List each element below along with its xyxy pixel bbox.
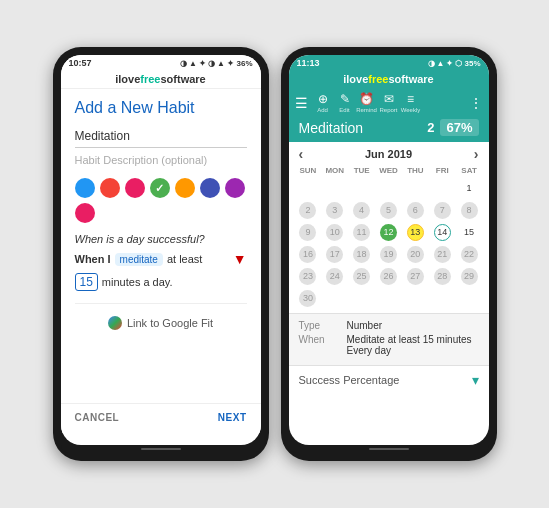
cal-cell-22[interactable]: 22 (456, 243, 483, 265)
site-name-suffix-2: software (389, 73, 434, 85)
toolbar-weekly[interactable]: ≡ Weekly (400, 92, 422, 113)
cal-cell-10[interactable]: 10 (321, 221, 348, 243)
signal-icon-2: ◑ (428, 59, 435, 68)
cal-cell-empty (348, 287, 375, 309)
toolbar-edit[interactable]: ✎ Edit (334, 92, 356, 113)
add-habit-title: Add a New Habit (61, 89, 261, 125)
report-icon: ✉ (384, 92, 394, 106)
type-row: Type Number (299, 320, 479, 331)
toolbar-remind[interactable]: ⏰ Remind (356, 92, 378, 113)
next-month-button[interactable]: › (474, 146, 479, 162)
cal-cell-empty (321, 287, 348, 309)
cal-cell-25[interactable]: 25 (348, 265, 375, 287)
add-icon: ⊕ (318, 92, 328, 106)
cal-cell-16[interactable]: 16 (295, 243, 322, 265)
edit-icon: ✎ (340, 92, 350, 106)
cal-week-1: 1 (295, 177, 483, 199)
google-fit-row[interactable]: Link to Google Fit (61, 310, 261, 336)
when-info-row: When Meditate at least 15 minutes Every … (299, 334, 479, 356)
bluetooth-icon: ✦ (199, 59, 206, 68)
col-thu: THU (402, 166, 429, 175)
cal-cell-14[interactable]: 14 (429, 221, 456, 243)
color-red[interactable] (100, 178, 120, 198)
cal-cell-26[interactable]: 26 (375, 265, 402, 287)
cal-cell-12[interactable]: 12 (375, 221, 402, 243)
type-value: Number (347, 320, 383, 331)
calendar-nav: ‹ Jun 2019 › (289, 142, 489, 166)
color-indigo[interactable] (200, 178, 220, 198)
cal-cell-23[interactable]: 23 (295, 265, 322, 287)
p1-content: Add a New Habit Meditation Habit Descrip… (61, 89, 261, 433)
cal-cell-empty (456, 287, 483, 309)
minutes-row: 15 minutes a day. (61, 269, 261, 297)
site-header-2: ilovefreesoftware (289, 71, 489, 88)
cal-cell-5[interactable]: 5 (375, 199, 402, 221)
down-arrow-icon[interactable]: ▼ (233, 251, 247, 267)
cal-cell-28[interactable]: 28 (429, 265, 456, 287)
status-icons-1: ◑ ▲ ✦ ◑ ▲ ✦ 36% (180, 59, 253, 68)
minutes-input[interactable]: 15 (75, 273, 98, 291)
site-name-highlight: free (140, 73, 160, 85)
cal-cell-29[interactable]: 29 (456, 265, 483, 287)
cal-cell-1[interactable]: 1 (456, 177, 483, 199)
next-button[interactable]: NEXT (218, 412, 247, 423)
cal-cell-24[interactable]: 24 (321, 265, 348, 287)
cal-cell-27[interactable]: 27 (402, 265, 429, 287)
cal-cell-8[interactable]: 8 (456, 199, 483, 221)
cal-cell-4[interactable]: 4 (348, 199, 375, 221)
cal-cell-empty (375, 287, 402, 309)
status-icons-2: ◑ ▲ ✦ ⬡ 35% (428, 59, 481, 68)
p2-toolbar: ☰ ⊕ Add ✎ Edit ⏰ Remind ✉ Report (289, 88, 489, 117)
cal-cell (348, 177, 375, 199)
cal-cell-7[interactable]: 7 (429, 199, 456, 221)
color-orange[interactable] (175, 178, 195, 198)
cal-cell-30[interactable]: 30 (295, 287, 322, 309)
prev-month-button[interactable]: ‹ (299, 146, 304, 162)
type-label: Type (299, 320, 339, 331)
month-label: Jun 2019 (365, 148, 412, 160)
col-mon: MON (321, 166, 348, 175)
calendar-grid: SUN MON TUE WED THU FRI SAT 1 (289, 166, 489, 313)
site-header-1: ilovefreesoftware (61, 71, 261, 89)
site-name-highlight-2: free (368, 73, 388, 85)
site-name-suffix: software (161, 73, 206, 85)
phone-2: 11:13 ◑ ▲ ✦ ⬡ 35% ilovefreesoftware ☰ ⊕ … (281, 47, 497, 461)
more-icon[interactable]: ⋮ (469, 95, 483, 111)
cal-cell-19[interactable]: 19 (375, 243, 402, 265)
cal-cell-20[interactable]: 20 (402, 243, 429, 265)
success-percentage-row[interactable]: Success Percentage ▾ (289, 365, 489, 394)
color-pink[interactable] (125, 178, 145, 198)
site-name-prefix: ilove (115, 73, 140, 85)
col-wed: WED (375, 166, 402, 175)
cal-cell-empty (402, 287, 429, 309)
habit-info-section: Type Number When Meditate at least 15 mi… (289, 313, 489, 365)
color-deep-pink[interactable] (75, 203, 95, 223)
cal-cell-2[interactable]: 2 (295, 199, 322, 221)
when-action-chip[interactable]: meditate (115, 253, 163, 266)
habit-name-label: Meditation (299, 120, 428, 136)
cal-cell-17[interactable]: 17 (321, 243, 348, 265)
cancel-button[interactable]: CANCEL (75, 412, 120, 423)
color-purple[interactable] (225, 178, 245, 198)
weekly-icon: ≡ (407, 92, 414, 106)
battery-1: ◑ ▲ ✦ 36% (208, 59, 253, 68)
description-placeholder[interactable]: Habit Description (optional) (75, 154, 247, 166)
col-tue: TUE (348, 166, 375, 175)
color-green-selected[interactable] (150, 178, 170, 198)
cal-cell-9[interactable]: 9 (295, 221, 322, 243)
color-blue[interactable] (75, 178, 95, 198)
cal-cell-13[interactable]: 13 (402, 221, 429, 243)
cal-cell-11[interactable]: 11 (348, 221, 375, 243)
cal-cell-18[interactable]: 18 (348, 243, 375, 265)
habit-name-input[interactable]: Meditation (75, 125, 247, 148)
cal-cell-6[interactable]: 6 (402, 199, 429, 221)
habit-header: Meditation 2 67% (289, 117, 489, 142)
toolbar-add[interactable]: ⊕ Add (312, 92, 334, 113)
col-sun: SUN (295, 166, 322, 175)
status-bar-1: 10:57 ◑ ▲ ✦ ◑ ▲ ✦ 36% (61, 55, 261, 71)
hamburger-icon[interactable]: ☰ (295, 95, 308, 111)
toolbar-report[interactable]: ✉ Report (378, 92, 400, 113)
cal-cell-21[interactable]: 21 (429, 243, 456, 265)
cal-cell-3[interactable]: 3 (321, 199, 348, 221)
cal-cell-15[interactable]: 15 (456, 221, 483, 243)
